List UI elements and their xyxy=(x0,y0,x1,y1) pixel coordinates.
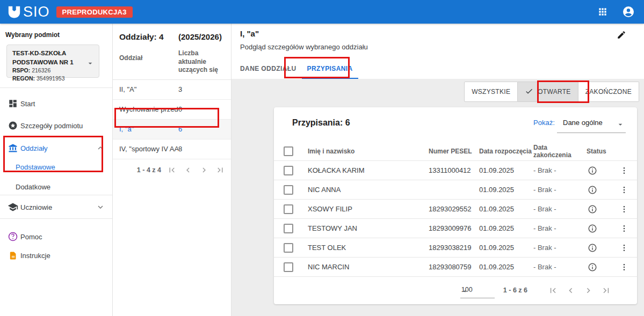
apps-grid-icon[interactable] xyxy=(596,5,610,19)
sidebar-item-szczegoly-podmiotu[interactable]: Szczegóły podmiotu xyxy=(0,119,112,133)
unit-name: II, "A" xyxy=(119,85,178,93)
sio-logo-icon xyxy=(7,5,21,19)
sidebar-item-label: Start xyxy=(20,100,35,108)
last-page-icon[interactable] xyxy=(215,165,226,175)
entity-selector[interactable]: TEST-KD-SZKOŁA PODSTAWOWA NR 1 RSPO: 216… xyxy=(6,45,99,78)
col-data-zakonczenia: Data zakończenia xyxy=(533,144,583,159)
kebab-menu-icon[interactable] xyxy=(620,205,628,214)
units-range: 1 - 4 z 4 xyxy=(137,166,161,174)
col-pesel: Numer PESEL xyxy=(429,148,479,155)
unit-name: IV, "sportowy IV AA" xyxy=(119,145,178,153)
rspo-label: RSPO: xyxy=(12,67,30,74)
row-checkbox[interactable] xyxy=(284,243,293,253)
help-icon xyxy=(8,232,18,241)
edit-pencil-icon[interactable] xyxy=(617,30,626,42)
student-pesel: 18293038219 xyxy=(429,244,479,252)
info-icon[interactable] xyxy=(588,224,597,233)
info-icon[interactable] xyxy=(588,204,597,214)
caret-down-icon xyxy=(616,120,625,131)
units-col-count: Liczba aktualnie uczących się xyxy=(178,49,225,75)
sidebar-item-dodatkowe[interactable]: Dodatkowe xyxy=(0,180,112,194)
assignment-row: KOŁACKA KARIM 13311000412 01.09.2025 - B… xyxy=(274,161,637,180)
filter-zakonczone-button[interactable]: ZAKOŃCZONE xyxy=(578,82,639,102)
star-circle-icon xyxy=(8,121,18,130)
unit-row-selected[interactable]: I, "a" 6 xyxy=(113,120,231,139)
sidebar-item-label: Instrukcje xyxy=(20,252,50,260)
selected-entity-label: Wybrany podmiot xyxy=(5,31,60,39)
tab-dane-oddzialu[interactable]: DANE ODDZIAŁU xyxy=(240,60,302,79)
filter-otwarte-button[interactable]: OTWARTE xyxy=(518,82,578,102)
info-icon[interactable] xyxy=(588,243,597,253)
start-date: 01.09.2025 xyxy=(479,244,533,252)
info-icon[interactable] xyxy=(588,185,597,195)
filter-wszystkie-button[interactable]: WSZYSTKIE xyxy=(464,82,518,102)
tab-przypisania[interactable]: PRZYPISANIA xyxy=(302,60,358,79)
student-name: TESTOWY JAN xyxy=(308,224,429,232)
sidebar-item-oddzialy[interactable]: Oddziały xyxy=(0,141,112,155)
select-all-checkbox[interactable] xyxy=(284,146,293,156)
kebab-menu-icon[interactable] xyxy=(620,224,628,233)
info-icon[interactable] xyxy=(588,166,597,175)
account-icon[interactable] xyxy=(621,5,635,19)
assignment-row: NIC MARCIN 18293080759 01.09.2025 - Brak… xyxy=(274,258,637,277)
row-checkbox[interactable] xyxy=(284,185,293,195)
student-name: KOŁACKA KARIM xyxy=(308,166,429,174)
sidebar-item-label: Dodatkowe xyxy=(16,183,50,191)
end-date: - Brak - xyxy=(533,263,583,271)
unit-name: I, "a" xyxy=(119,125,178,133)
start-date: 01.09.2025 xyxy=(479,186,533,194)
unit-row[interactable]: Wychowanie przed... 0 xyxy=(113,100,231,120)
regon-label: REGON: xyxy=(12,75,35,82)
student-pesel: 18293029552 xyxy=(429,205,479,213)
show-select-value: Dane ogólne xyxy=(563,119,603,127)
sidebar-item-label: Oddziały xyxy=(20,144,48,152)
sidebar-item-instrukcje[interactable]: Instrukcje xyxy=(0,248,112,262)
unit-row[interactable]: IV, "sportowy IV AA" 8 xyxy=(113,139,231,159)
kebab-menu-icon[interactable] xyxy=(620,244,628,252)
chevron-up-icon xyxy=(96,143,105,153)
start-date: 01.09.2025 xyxy=(479,263,533,271)
tab-bar: DANE ODDZIAŁU PRZYPISANIA xyxy=(240,60,358,79)
prev-page-icon[interactable] xyxy=(183,165,193,175)
assignments-title: Przypisania: 6 xyxy=(292,118,350,128)
units-year: (2025/2026) xyxy=(178,32,222,41)
end-date: - Brak - xyxy=(533,244,583,252)
caret-down-icon xyxy=(461,288,482,297)
end-date: - Brak - xyxy=(533,186,583,194)
divider xyxy=(0,195,112,195)
page-size-select[interactable]: 100 xyxy=(460,282,495,298)
row-checkbox[interactable] xyxy=(284,224,293,233)
first-page-icon[interactable] xyxy=(547,285,558,296)
sidebar-item-podstawowe[interactable]: Podstawowe xyxy=(0,160,112,174)
graduation-cap-icon xyxy=(8,202,18,212)
sidebar-item-uczniowie[interactable]: Uczniowie xyxy=(0,200,112,214)
next-page-icon[interactable] xyxy=(583,285,594,296)
prev-page-icon[interactable] xyxy=(565,285,576,296)
kebab-menu-icon[interactable] xyxy=(620,263,628,271)
row-checkbox[interactable] xyxy=(284,166,293,175)
chevron-down-icon xyxy=(96,202,105,212)
row-checkbox[interactable] xyxy=(284,262,293,272)
bank-icon xyxy=(8,143,18,153)
logo-text: SIO xyxy=(23,5,50,19)
col-imie-nazwisko: Imię i nazwisko xyxy=(308,148,429,155)
check-icon xyxy=(525,87,533,97)
unit-row[interactable]: II, "A" 3 xyxy=(113,80,231,100)
first-page-icon[interactable] xyxy=(167,165,177,175)
rows-range: 1 - 6 z 6 xyxy=(503,286,527,294)
sio-logo[interactable]: SIO xyxy=(7,5,50,19)
next-page-icon[interactable] xyxy=(199,165,209,175)
kebab-menu-icon[interactable] xyxy=(620,166,628,175)
sidebar-item-pomoc[interactable]: Pomoc xyxy=(0,230,112,244)
assignment-row: TESTOWY JAN 18293009976 01.09.2025 - Bra… xyxy=(274,219,637,238)
show-select[interactable]: Dane ogólne xyxy=(557,115,626,133)
assignments-header-row: Imię i nazwisko Numer PESEL Data rozpocz… xyxy=(274,142,637,161)
kebab-menu-icon[interactable] xyxy=(620,186,628,194)
divider xyxy=(0,218,112,219)
info-icon[interactable] xyxy=(588,262,597,272)
assignment-row: TEST OLEK 18293038219 01.09.2025 - Brak … xyxy=(274,238,637,258)
row-checkbox[interactable] xyxy=(284,204,293,214)
sidebar-item-start[interactable]: Start xyxy=(0,97,112,111)
last-page-icon[interactable] xyxy=(600,285,611,296)
page-subtitle: Podgląd szczegółów wybranego oddziału xyxy=(240,43,368,51)
